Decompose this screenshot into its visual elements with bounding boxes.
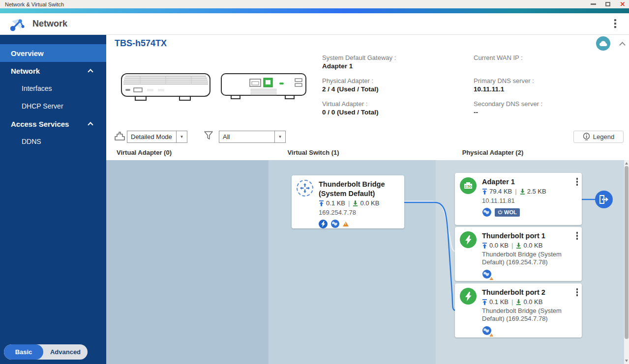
scroll-down-arrow-icon xyxy=(625,360,628,362)
upload-value: 0.1 KB xyxy=(326,199,345,207)
network-app-logo-icon xyxy=(9,16,26,32)
card-menu-kebab[interactable] xyxy=(576,288,578,296)
warning-icon xyxy=(490,277,493,280)
window-titlebar: Network & Virtual Switch ✕ xyxy=(0,0,629,8)
window-title: Network & Virtual Switch xyxy=(0,1,64,7)
info-value xyxy=(474,62,621,70)
traffic-stats: 0.0 KB | 0.0 KB xyxy=(482,242,575,249)
sidebar-item-label: DDNS xyxy=(22,138,41,145)
info-label: Primary DNS server : xyxy=(474,77,621,85)
collapse-panel-chevron[interactable] xyxy=(619,42,626,48)
sidebar-item-label: Interfaces xyxy=(22,84,52,92)
info-value: Adapter 1 xyxy=(322,62,470,70)
legend-label: Legend xyxy=(593,133,614,140)
main-content: TBS-h574TX System D xyxy=(106,35,629,364)
topology-canvas: Thunderbolt Bridge (System Default) 0.1 … xyxy=(106,160,629,364)
maximize-button[interactable] xyxy=(604,0,611,7)
sidebar: Overview Network Interfaces DHCP Server … xyxy=(0,35,106,364)
minimize-button[interactable] xyxy=(590,0,597,7)
filter-value: All xyxy=(219,131,274,142)
card-title: Thunderbolt port 2 xyxy=(482,288,575,297)
device-front-image xyxy=(120,73,211,103)
vertical-scrollbar[interactable] xyxy=(624,160,629,364)
warning-icon xyxy=(490,334,493,336)
close-button[interactable]: ✕ xyxy=(619,0,626,7)
basic-mode-button[interactable]: Basic xyxy=(4,344,43,360)
cloud-status-button[interactable] xyxy=(596,36,610,51)
card-menu-kebab[interactable] xyxy=(576,232,578,240)
traffic-stats: 0.1 KB | 0.0 KB xyxy=(319,199,385,207)
card-ip: 169.254.7.78 xyxy=(319,209,385,216)
traffic-stats: 0.1 KB | 0.0 KB xyxy=(482,298,575,306)
traffic-stats: 79.4 KB | 2.5 KB xyxy=(482,188,546,195)
physical-adapter-card-thunderbolt-port-2[interactable]: Thunderbolt port 2 0.1 KB | 0.0 KB Thund… xyxy=(455,283,582,337)
system-info-left: System Default Gateway : Adapter 1 Physi… xyxy=(322,54,470,123)
sidebar-item-label: DHCP Server xyxy=(22,102,63,110)
close-icon: ✕ xyxy=(620,1,626,7)
legend-button[interactable]: Legend xyxy=(573,131,624,143)
basic-label: Basic xyxy=(15,348,32,356)
ethernet-adapter-icon: 2.5G xyxy=(460,177,477,194)
upload-icon xyxy=(482,299,487,305)
download-icon xyxy=(520,189,525,195)
card-title-line2: (System Default) xyxy=(319,189,385,198)
upload-value: 0.0 KB xyxy=(489,242,509,249)
info-label: Physical Adapter : xyxy=(322,77,470,85)
chevron-down-icon: ▼ xyxy=(176,131,187,142)
advanced-mode-button[interactable]: Advanced xyxy=(43,348,88,356)
header-more-menu[interactable] xyxy=(614,19,616,28)
sidebar-item-interfaces[interactable]: Interfaces xyxy=(0,80,106,97)
scrollbar-thumb[interactable] xyxy=(625,166,629,339)
device-name: TBS-h574TX xyxy=(115,38,167,49)
physical-adapter-card-thunderbolt-port-1[interactable]: Thunderbolt port 1 0.0 KB | 0.0 KB Thund… xyxy=(455,227,582,281)
cloud-icon xyxy=(599,40,608,47)
view-mode-icon xyxy=(114,131,125,141)
sidebar-item-network[interactable]: Network xyxy=(0,62,106,80)
power-icon xyxy=(498,210,503,215)
sidebar-item-overview[interactable]: Overview xyxy=(0,44,106,62)
download-icon xyxy=(353,200,358,206)
card-title: Adapter 1 xyxy=(482,177,546,187)
thunderbolt-port-icon xyxy=(460,231,477,248)
card-ip: 10.11.11.81 xyxy=(482,197,546,204)
scroll-up-arrow-icon xyxy=(625,162,628,165)
display-mode-select[interactable]: Detailed Mode ▼ xyxy=(127,131,187,143)
download-icon xyxy=(516,299,521,305)
virtual-switch-card-thunderbolt-bridge[interactable]: Thunderbolt Bridge (System Default) 0.1 … xyxy=(292,175,404,228)
upload-icon xyxy=(482,189,487,195)
info-label: Secondary DNS server : xyxy=(474,100,621,108)
info-value: 2 / 4 (Used / Total) xyxy=(322,85,470,93)
info-value: -- xyxy=(474,108,621,116)
thunderbolt-status-icon xyxy=(319,220,328,228)
advanced-label: Advanced xyxy=(50,348,81,356)
download-value: 0.0 KB xyxy=(523,298,542,306)
download-icon xyxy=(516,243,521,249)
virtual-switch-icon xyxy=(297,180,313,196)
traffic-separator: | xyxy=(511,298,513,306)
brand-gradient-bar xyxy=(0,8,629,13)
globe-icon xyxy=(482,207,492,217)
physical-adapter-card-adapter-1[interactable]: 2.5G Adapter 1 79.4 KB | 2.5 KB xyxy=(455,173,582,225)
upload-icon xyxy=(482,243,487,249)
sidebar-item-dhcp-server[interactable]: DHCP Server xyxy=(0,97,106,115)
info-label: Current WAN IP : xyxy=(474,54,621,62)
info-label: Virtual Adapter : xyxy=(322,100,470,108)
column-header-physical-adapter: Physical Adapter (2) xyxy=(462,149,524,156)
filter-select[interactable]: All ▼ xyxy=(219,131,286,143)
display-mode-value: Detailed Mode xyxy=(127,131,176,142)
sidebar-item-label: Overview xyxy=(11,49,44,57)
upload-icon xyxy=(319,200,324,206)
card-menu-kebab[interactable] xyxy=(576,178,578,186)
card-title: Thunderbolt Bridge xyxy=(319,180,385,189)
card-subtitle: Thunderbolt Bridge (System Default) (169… xyxy=(482,251,575,266)
download-value: 0.0 KB xyxy=(360,199,379,207)
info-value: 10.11.11.1 xyxy=(474,85,621,93)
device-back-image xyxy=(220,73,307,102)
upload-value: 79.4 KB xyxy=(489,188,512,195)
sidebar-item-access-services[interactable]: Access Services xyxy=(0,115,106,133)
sidebar-item-ddns[interactable]: DDNS xyxy=(0,133,106,150)
maximize-icon xyxy=(605,2,610,6)
upload-value: 0.1 KB xyxy=(489,298,509,306)
card-title: Thunderbolt port 1 xyxy=(482,231,575,241)
column-header-virtual-switch: Virtual Switch (1) xyxy=(287,149,339,156)
